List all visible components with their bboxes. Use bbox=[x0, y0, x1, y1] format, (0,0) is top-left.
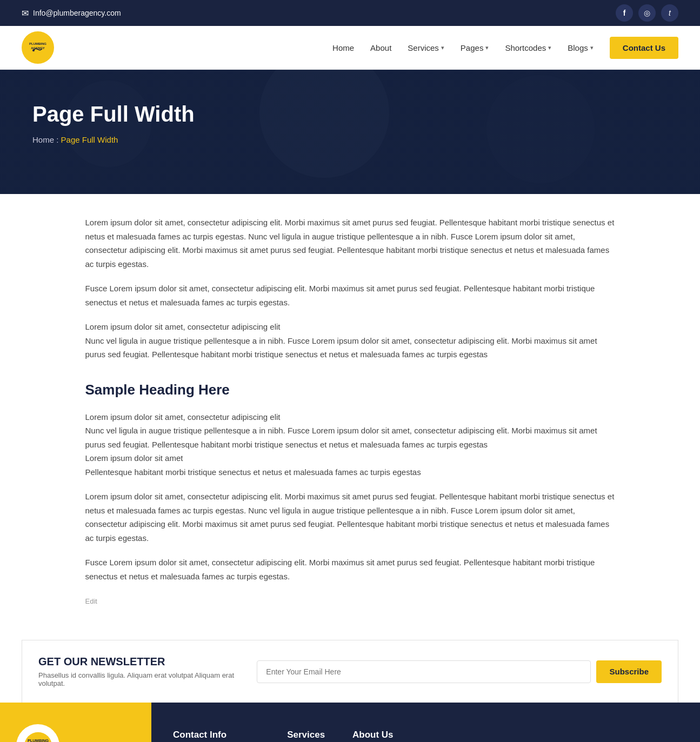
footer-yellow-panel: PLUMBING AGENCY PLUMBING AGENCY Quick Li… bbox=[0, 703, 151, 742]
shortcodes-dropdown-icon: ▾ bbox=[548, 44, 551, 51]
navbar: PLUMBING AGENCY Home About Services ▾ Pa… bbox=[0, 26, 700, 70]
footer-about-col: About Us Vivamus feugiat, lacus eu susci… bbox=[352, 724, 446, 742]
svg-text:PLUMBING: PLUMBING bbox=[27, 738, 48, 742]
para4-line4: Pellentesque habitant morbi tristique se… bbox=[85, 467, 421, 477]
newsletter-text: GET OUR NEWSLETTER Phasellus id convalli… bbox=[38, 656, 241, 687]
nav-about[interactable]: About bbox=[370, 43, 391, 52]
breadcrumb-separator: : bbox=[56, 135, 61, 144]
content-paragraph-5: Lorem ipsum dolor sit amet, consectetur … bbox=[85, 490, 615, 545]
logo-svg: PLUMBING AGENCY bbox=[27, 37, 49, 58]
nav-blogs[interactable]: Blogs ▾ bbox=[568, 43, 594, 52]
about-col-title: About Us bbox=[352, 730, 446, 740]
para3-line2: Nunc vel ligula in augue tristique pelle… bbox=[85, 336, 597, 359]
twitter-icon-top[interactable]: t bbox=[661, 4, 678, 22]
footer: PLUMBING AGENCY PLUMBING AGENCY Quick Li… bbox=[0, 703, 700, 742]
content-paragraph-6: Fusce Lorem ipsum dolor sit amet, consec… bbox=[85, 556, 615, 583]
newsletter-section: GET OUR NEWSLETTER Phasellus id convalli… bbox=[0, 640, 700, 703]
footer-contact-col: Contact Info 📍 869 U.S. 62 Business Moun… bbox=[173, 724, 271, 742]
hero-section: Page Full Width Home : Page Full Width bbox=[0, 70, 700, 194]
services-dropdown-icon: ▾ bbox=[441, 44, 444, 51]
breadcrumb-current: Page Full Width bbox=[61, 135, 118, 144]
breadcrumb-home[interactable]: Home bbox=[32, 135, 54, 144]
svg-point-3 bbox=[32, 49, 35, 51]
footer-logo-svg: PLUMBING AGENCY bbox=[23, 731, 53, 742]
newsletter-form: Subscribe bbox=[257, 660, 662, 683]
breadcrumb: Home : Page Full Width bbox=[32, 135, 668, 144]
facebook-icon-top[interactable]: f bbox=[616, 4, 633, 22]
content-paragraph-3: Lorem ipsum dolor sit amet, consectetur … bbox=[85, 320, 615, 362]
footer-grid: PLUMBING AGENCY PLUMBING AGENCY Quick Li… bbox=[0, 703, 700, 742]
content-heading: Sample Heading Here bbox=[85, 378, 615, 402]
para4-line1: Lorem ipsum dolor sit amet, consectetur … bbox=[85, 412, 281, 422]
footer-dark-area: Contact Info 📍 869 U.S. 62 Business Moun… bbox=[151, 703, 468, 742]
instagram-icon-top[interactable]: ◎ bbox=[638, 4, 656, 22]
blogs-dropdown-icon: ▾ bbox=[590, 44, 594, 51]
content-paragraph-1: Lorem ipsum dolor sit amet, consectetur … bbox=[85, 216, 615, 271]
newsletter-title: GET OUR NEWSLETTER bbox=[38, 656, 241, 668]
contact-us-button[interactable]: Contact Us bbox=[610, 37, 678, 59]
email-icon: ✉ bbox=[22, 8, 29, 18]
newsletter-subtitle: Phasellus id convallis ligula. Aliquam e… bbox=[38, 671, 241, 687]
logo[interactable]: PLUMBING AGENCY bbox=[22, 31, 54, 64]
content-paragraph-2: Fusce Lorem ipsum dolor sit amet, consec… bbox=[85, 282, 615, 309]
footer-logo-icon: PLUMBING AGENCY bbox=[16, 724, 59, 742]
para4-line3: Lorem ipsum dolor sit amet bbox=[85, 453, 183, 463]
nav-home[interactable]: Home bbox=[332, 43, 354, 52]
nav-shortcodes[interactable]: Shortcodes ▾ bbox=[505, 43, 551, 52]
main-content: Lorem ipsum dolor sit amet, consectetur … bbox=[64, 216, 637, 618]
services-col-title: Services bbox=[287, 730, 336, 740]
edit-link[interactable]: Edit bbox=[85, 596, 97, 607]
top-bar: ✉ Info@plumberagency.com f ◎ t bbox=[0, 0, 700, 26]
footer-services-col: Services Residential Plumbing Water Heat… bbox=[287, 724, 336, 742]
pages-dropdown-icon: ▾ bbox=[485, 44, 489, 51]
para4-line2: Nunc vel ligula in augue tristique pelle… bbox=[85, 426, 597, 449]
nav-links: Home About Services ▾ Pages ▾ Shortcodes… bbox=[332, 37, 678, 59]
logo-icon: PLUMBING AGENCY bbox=[22, 31, 54, 64]
contact-col-title: Contact Info bbox=[173, 730, 271, 740]
email-address: Info@plumberagency.com bbox=[33, 9, 121, 17]
newsletter-inner: GET OUR NEWSLETTER Phasellus id convalli… bbox=[22, 640, 678, 703]
content-paragraph-4: Lorem ipsum dolor sit amet, consectetur … bbox=[85, 410, 615, 479]
subscribe-button[interactable]: Subscribe bbox=[596, 660, 662, 683]
email-info: ✉ Info@plumberagency.com bbox=[22, 8, 121, 18]
nav-pages[interactable]: Pages ▾ bbox=[461, 43, 489, 52]
newsletter-email-input[interactable] bbox=[257, 660, 591, 683]
svg-text:PLUMBING: PLUMBING bbox=[29, 42, 46, 45]
nav-services[interactable]: Services ▾ bbox=[408, 43, 444, 52]
page-title: Page Full Width bbox=[32, 102, 668, 126]
social-links-top: f ◎ t bbox=[616, 4, 678, 22]
para3-line1: Lorem ipsum dolor sit amet, consectetur … bbox=[85, 322, 281, 331]
